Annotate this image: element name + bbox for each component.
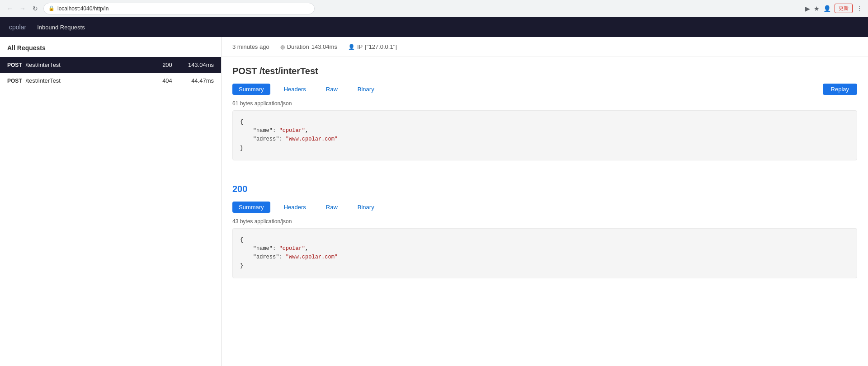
back-button[interactable]: ← [5, 4, 14, 13]
request-content-info: 61 bytes application/json [232, 100, 857, 107]
ip-label: IP [357, 43, 363, 50]
forward-button[interactable]: → [18, 4, 27, 13]
reload-button[interactable]: ↻ [31, 4, 40, 13]
request-code-block: { "name": "cpolar", "adress": "www.cpola… [232, 110, 857, 160]
resp-code-brace-close: } [240, 263, 243, 269]
request-method: POST [7, 62, 22, 68]
code-sep-2: : [279, 136, 285, 142]
request-duration: 44.47ms [182, 77, 214, 84]
request-status: 404 [156, 77, 179, 84]
code-key-1: "name" [253, 127, 273, 134]
tab-headers-response[interactable]: Headers [278, 202, 312, 213]
tab-raw-request[interactable]: Raw [320, 84, 344, 95]
request-item[interactable]: POST /test/interTest 404 44.47ms [0, 73, 221, 89]
resp-code-val-2: "www.cpolar.com" [286, 254, 338, 260]
code-key-2: "adress" [253, 136, 279, 142]
menu-icon[interactable]: ⋮ [856, 5, 863, 12]
request-tab-bar: Summary Headers Raw Binary Replay [232, 84, 857, 95]
meta-ip: 👤 IP ["127.0.0.1"] [348, 43, 397, 50]
ip-value: ["127.0.0.1"] [365, 43, 397, 50]
browser-right-icons: ▶ ★ 👤 更新 ⋮ [805, 4, 863, 13]
left-panel: All Requests POST /test/interTest 200 14… [0, 37, 222, 366]
panel-title: All Requests [0, 44, 221, 57]
meta-bar: 3 minutes ago ◍ Duration 143.04ms 👤 IP [… [222, 37, 868, 57]
code-brace-close: } [240, 145, 243, 151]
code-brace-open: { [240, 119, 243, 125]
request-status: 200 [156, 61, 179, 68]
resp-code-key-1: "name" [253, 245, 273, 252]
resp-code-brace-open: { [240, 237, 243, 243]
resp-code-comma-1: , [305, 245, 308, 252]
app-header: cpolar Inbound Requests [0, 17, 868, 37]
lock-icon: 🔒 [48, 5, 55, 11]
code-val-1: "cpolar" [279, 127, 305, 134]
code-sep-1: : [273, 127, 279, 134]
browser-chrome: ← → ↻ 🔒 localhost:4040/http/in ▶ ★ 👤 更新 … [0, 0, 868, 17]
tab-binary-response[interactable]: Binary [351, 202, 381, 213]
address-bar[interactable]: 🔒 localhost:4040/http/in [43, 3, 315, 14]
response-section: 200 Summary Headers Raw Binary 43 bytes … [222, 184, 868, 304]
request-duration: 143.04ms [182, 61, 214, 68]
request-title: POST /test/interTest [232, 66, 857, 76]
response-tab-bar: Summary Headers Raw Binary [232, 202, 857, 213]
replay-button[interactable]: Replay [823, 84, 857, 95]
bookmark-icon[interactable]: ★ [814, 5, 820, 12]
request-item[interactable]: POST /test/interTest 200 143.04ms [0, 57, 221, 73]
profile-icon[interactable]: 👤 [823, 5, 831, 12]
request-path: /test/interTest [26, 77, 152, 84]
url-text: localhost:4040/http/in [57, 5, 108, 12]
code-comma-1: , [305, 127, 308, 134]
tab-raw-response[interactable]: Raw [320, 202, 344, 213]
request-method: POST [7, 78, 22, 84]
code-val-2: "www.cpolar.com" [286, 136, 338, 142]
main-layout: All Requests POST /test/interTest 200 14… [0, 37, 868, 366]
tab-summary-request[interactable]: Summary [232, 84, 270, 95]
app-logo: cpolar [9, 23, 26, 31]
meta-time: 3 minutes ago [232, 43, 269, 50]
request-path: /test/interTest [26, 61, 152, 68]
tab-summary-response[interactable]: Summary [232, 202, 270, 213]
resp-code-key-2: "adress" [253, 254, 279, 260]
resp-code-val-1: "cpolar" [279, 245, 305, 252]
duration-value: 143.04ms [311, 43, 337, 50]
meta-duration: ◍ Duration 143.04ms [280, 43, 337, 50]
response-content-info: 43 bytes application/json [232, 218, 857, 225]
cast-icon[interactable]: ▶ [805, 5, 810, 12]
nav-inbound-requests[interactable]: Inbound Requests [37, 24, 85, 31]
response-code-block: { "name": "cpolar", "adress": "www.cpola… [232, 228, 857, 278]
request-detail: POST /test/interTest Summary Headers Raw… [222, 57, 868, 184]
tab-binary-request[interactable]: Binary [351, 84, 381, 95]
person-icon: 👤 [348, 44, 355, 50]
tab-headers-request[interactable]: Headers [278, 84, 312, 95]
duration-label: Duration [287, 43, 309, 50]
clock-icon: ◍ [280, 44, 285, 50]
response-status: 200 [232, 184, 857, 194]
update-button[interactable]: 更新 [835, 4, 853, 13]
resp-code-sep-2: : [279, 254, 285, 260]
right-panel: 3 minutes ago ◍ Duration 143.04ms 👤 IP [… [222, 37, 868, 366]
resp-code-sep-1: : [273, 245, 279, 252]
